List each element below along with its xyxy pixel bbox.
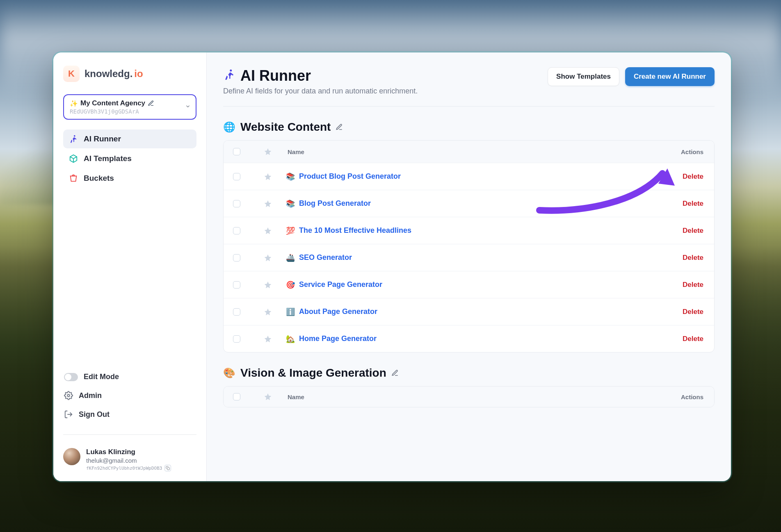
delete-button[interactable]: Delete bbox=[683, 281, 703, 289]
column-actions: Actions bbox=[661, 393, 714, 400]
runner-link[interactable]: The 10 Most Effective Headlines bbox=[299, 226, 411, 235]
page-subtitle: Define AI fields for your data and run a… bbox=[223, 87, 418, 95]
row-emoji: 📚 bbox=[286, 199, 295, 208]
column-name: Name bbox=[286, 148, 661, 155]
user-block: Lukas Klinzing theluk@gmail.com fKFn92hd… bbox=[63, 448, 196, 471]
show-templates-button[interactable]: Show Templates bbox=[548, 67, 619, 86]
star-toggle[interactable] bbox=[250, 173, 286, 181]
pencil-icon[interactable] bbox=[148, 100, 154, 107]
row-emoji: ℹ️ bbox=[286, 307, 295, 316]
row-emoji: 🏡 bbox=[286, 334, 295, 343]
sign-out-link[interactable]: Sign Out bbox=[63, 407, 196, 421]
sidebar-nav: AI Runner AI Templates Buckets bbox=[63, 130, 196, 188]
sign-out-icon bbox=[64, 410, 73, 419]
star-column-header bbox=[250, 393, 286, 401]
section: 🎨Vision & Image GenerationNameActions bbox=[223, 366, 715, 407]
table: NameActions📚Product Blog Post GeneratorD… bbox=[223, 140, 715, 352]
svg-point-0 bbox=[74, 135, 75, 137]
workspace-id: REdUGVBh3V1j0gGDSArA bbox=[70, 108, 179, 115]
svg-rect-3 bbox=[167, 468, 169, 470]
delete-button[interactable]: Delete bbox=[683, 227, 703, 234]
row-checkbox[interactable] bbox=[233, 173, 240, 180]
sign-out-label: Sign Out bbox=[79, 410, 110, 419]
avatar bbox=[63, 448, 80, 465]
delete-button[interactable]: Delete bbox=[683, 200, 703, 207]
runner-link[interactable]: Service Page Generator bbox=[299, 280, 382, 289]
runner-link[interactable]: Home Page Generator bbox=[299, 334, 377, 343]
copy-icon[interactable] bbox=[164, 465, 171, 471]
sidebar-item-ai-templates[interactable]: AI Templates bbox=[63, 149, 196, 168]
pencil-icon[interactable] bbox=[336, 123, 343, 131]
row-checkbox[interactable] bbox=[233, 227, 240, 234]
divider bbox=[63, 434, 196, 435]
table-header: NameActions bbox=[224, 141, 714, 163]
edit-mode-toggle[interactable] bbox=[64, 373, 78, 381]
workspace-selector[interactable]: ✨ My Content Agency REdUGVBh3V1j0gGDSArA bbox=[63, 94, 196, 120]
row-checkbox[interactable] bbox=[233, 281, 240, 289]
section: 🌐Website ContentNameActions📚Product Blog… bbox=[223, 120, 715, 352]
workspace-emoji: ✨ bbox=[70, 100, 78, 107]
select-all-checkbox[interactable] bbox=[233, 148, 240, 155]
row-emoji: 🚢 bbox=[286, 253, 295, 262]
star-toggle[interactable] bbox=[250, 254, 286, 262]
runner-icon bbox=[69, 134, 78, 143]
row-emoji: 💯 bbox=[286, 226, 295, 235]
workspace-name: My Content Agency bbox=[80, 99, 145, 107]
bucket-icon bbox=[69, 174, 78, 183]
sidebar-item-buckets[interactable]: Buckets bbox=[63, 169, 196, 188]
section-header: 🎨Vision & Image Generation bbox=[223, 366, 715, 380]
admin-link[interactable]: Admin bbox=[63, 389, 196, 402]
star-toggle[interactable] bbox=[250, 281, 286, 289]
star-column-header bbox=[250, 148, 286, 156]
table-row: 🏡Home Page GeneratorDelete bbox=[224, 325, 714, 352]
table: NameActions bbox=[223, 386, 715, 407]
sidebar-item-ai-runner[interactable]: AI Runner bbox=[63, 130, 196, 148]
star-toggle[interactable] bbox=[250, 308, 286, 316]
svg-point-1 bbox=[67, 394, 70, 397]
delete-button[interactable]: Delete bbox=[683, 308, 703, 316]
star-toggle[interactable] bbox=[250, 200, 286, 208]
star-toggle[interactable] bbox=[250, 227, 286, 235]
delete-button[interactable]: Delete bbox=[683, 335, 703, 343]
column-actions: Actions bbox=[661, 148, 714, 155]
column-name: Name bbox=[286, 393, 661, 400]
star-toggle[interactable] bbox=[250, 335, 286, 343]
edit-mode-label: Edit Mode bbox=[84, 373, 119, 381]
section-header: 🌐Website Content bbox=[223, 120, 715, 134]
runner-icon bbox=[223, 68, 235, 84]
delete-button[interactable]: Delete bbox=[683, 254, 703, 261]
table-row: ℹ️About Page GeneratorDelete bbox=[224, 298, 714, 325]
brand-mark: K bbox=[63, 66, 80, 82]
row-checkbox[interactable] bbox=[233, 254, 240, 261]
svg-point-4 bbox=[230, 69, 232, 71]
sidebar-item-label: AI Templates bbox=[84, 154, 132, 163]
page-title: AI Runner bbox=[240, 67, 311, 84]
row-checkbox[interactable] bbox=[233, 200, 240, 207]
chevron-down-icon[interactable] bbox=[185, 104, 191, 111]
runner-link[interactable]: Product Blog Post Generator bbox=[299, 172, 401, 181]
brand-name-accent: io bbox=[134, 68, 143, 80]
brand-name: knowledg. bbox=[84, 68, 132, 80]
gear-icon bbox=[64, 391, 73, 400]
runner-link[interactable]: Blog Post Generator bbox=[299, 199, 371, 208]
table-row: 📚Product Blog Post GeneratorDelete bbox=[224, 163, 714, 190]
sidebar-footer: Edit Mode Admin Sign Out Lukas Klinzing bbox=[63, 370, 196, 471]
select-all-checkbox[interactable] bbox=[233, 393, 240, 400]
row-checkbox[interactable] bbox=[233, 335, 240, 343]
row-checkbox[interactable] bbox=[233, 308, 240, 316]
sidebar: K knowledg. io ✨ My Content Agency REdUG… bbox=[53, 52, 207, 481]
table-row: 📚Blog Post GeneratorDelete bbox=[224, 190, 714, 217]
brand-logo: K knowledg. io bbox=[63, 66, 196, 82]
pencil-icon[interactable] bbox=[391, 369, 399, 377]
create-ai-runner-button[interactable]: Create new AI Runner bbox=[625, 67, 715, 86]
sidebar-item-label: Buckets bbox=[84, 174, 114, 183]
runner-link[interactable]: About Page Generator bbox=[299, 307, 377, 316]
delete-button[interactable]: Delete bbox=[683, 173, 703, 180]
table-row: 🎯Service Page GeneratorDelete bbox=[224, 271, 714, 298]
main-content: AI Runner Define AI fields for your data… bbox=[207, 52, 731, 481]
page-header: AI Runner Define AI fields for your data… bbox=[223, 67, 715, 107]
user-name: Lukas Klinzing bbox=[86, 448, 171, 456]
edit-mode-row: Edit Mode bbox=[63, 370, 196, 384]
admin-label: Admin bbox=[79, 391, 102, 400]
runner-link[interactable]: SEO Generator bbox=[299, 253, 352, 262]
